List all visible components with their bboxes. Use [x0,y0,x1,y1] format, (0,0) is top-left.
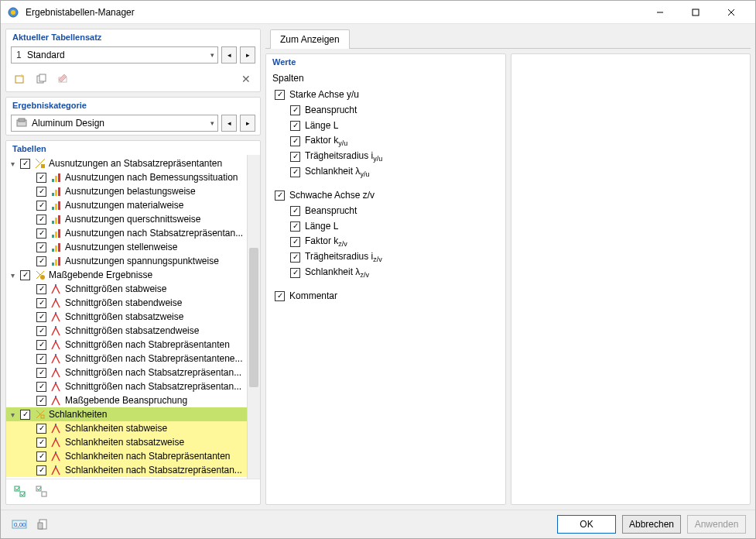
rename-ts-button[interactable] [54,70,73,88]
tableset-dropdown[interactable]: 1 Standard ▾ [11,46,218,64]
checkbox[interactable] [290,221,300,232]
checkbox[interactable] [36,340,46,350]
checkbox[interactable] [290,105,300,115]
checkbox[interactable] [36,284,46,294]
checkbox[interactable] [36,396,46,406]
tree-row[interactable]: Schlankheiten stabsatzweise [6,435,260,449]
checkbox[interactable] [290,136,300,146]
tree-row[interactable]: Ausnutzungen spannungspunktweise [6,254,260,268]
checkbox[interactable] [36,173,46,183]
checkbox[interactable] [290,121,300,131]
checkbox[interactable] [36,451,46,462]
node-icon [50,450,63,462]
tree-row[interactable]: Schlankheiten nach Stabrepräsentanten [6,449,260,463]
checkbox[interactable] [290,268,300,278]
checkbox[interactable] [36,201,46,211]
tree-row[interactable]: Schnittgrößen stabsatzendweise [6,324,260,338]
tables-tree[interactable]: ▾Ausnutzungen an StabsatzrepräsentantenA… [6,155,260,479]
node-icon [50,171,63,184]
svg-rect-35 [41,415,44,418]
tree-row[interactable]: Ausnutzungen nach Bemessungssituation [6,170,260,184]
checkbox[interactable] [290,167,300,177]
tree-row[interactable]: Schnittgrößen nach Stabsatzrepräsentan..… [6,366,260,379]
copy-ts-button[interactable] [32,70,51,88]
checkbox[interactable] [275,291,285,301]
tree-row[interactable]: Ausnutzungen materialweise [6,198,260,212]
tree-row[interactable]: Schnittgrößen nach Stabrepräsentanten [6,338,260,352]
maximize-button[interactable] [678,1,713,24]
checkbox[interactable] [290,152,300,162]
delete-ts-button[interactable]: ✕ [237,70,255,88]
tableset-next-button[interactable]: ▸ [240,46,255,64]
node-icon [50,394,63,407]
tree-scrollbar[interactable] [247,155,260,479]
svg-text:0,00: 0,00 [14,521,26,528]
checkbox[interactable] [36,215,46,225]
chk-label: Schlankheit λy/u [305,166,369,178]
checkbox[interactable] [20,410,30,420]
category-next-button[interactable]: ▸ [240,115,255,132]
svg-rect-15 [58,173,60,182]
svg-rect-18 [58,187,60,196]
tree-row[interactable]: Ausnutzungen querschnittsweise [6,212,260,226]
tree-row[interactable]: Schlankheiten stabweise [6,421,260,435]
export-button[interactable] [33,515,52,534]
checkbox[interactable] [36,256,46,266]
tree-row[interactable]: Ausnutzungen stellenweise [6,240,260,254]
spalten-label: Spalten [272,73,499,84]
tree-row[interactable]: Ausnutzungen belastungsweise [6,184,260,198]
checkbox[interactable] [36,438,46,448]
tree-row[interactable]: Schnittgrößen stabweise [6,282,260,296]
tree-row[interactable]: ▾Ausnutzungen an Stabsatzrepräsentanten [6,156,260,170]
checkbox[interactable] [20,159,30,169]
category-prev-button[interactable]: ◂ [221,115,237,132]
check-all-button[interactable] [11,482,29,501]
checkbox[interactable] [36,354,46,364]
checkbox[interactable] [36,368,46,378]
minimize-button[interactable] [642,1,678,24]
tree-label: Schnittgrößen stabsatzweise [65,311,183,322]
checkbox[interactable] [36,382,46,392]
tree-row[interactable]: ▾Maßgebende Ergebnisse [6,268,260,282]
checkbox[interactable] [36,326,46,336]
checkbox[interactable] [290,206,300,216]
node-icon [50,255,63,267]
units-button[interactable]: 0,00 [10,515,29,534]
close-button[interactable] [713,1,749,24]
tab-display[interactable]: Zum Anzeigen [270,29,350,49]
checkbox[interactable] [36,465,46,475]
expander-icon[interactable]: ▾ [8,271,18,280]
uncheck-all-button[interactable] [32,482,51,501]
expander-icon[interactable]: ▾ [8,410,18,419]
checkbox[interactable] [290,252,300,263]
checkbox[interactable] [36,228,46,239]
checkbox[interactable] [36,424,46,434]
tree-label: Schnittgrößen stabsatzendweise [65,325,199,336]
tree-row[interactable]: Schlankheiten nach Stabsatzrepräsentan..… [6,463,260,477]
chk-label: Beansprucht [305,105,357,115]
tree-row[interactable]: Schnittgrößen nach Stabsatzrepräsentan..… [6,379,260,393]
checkbox[interactable] [20,270,30,280]
tree-row[interactable]: Maßgebende Beanspruchung [6,393,260,407]
checkbox[interactable] [36,187,46,197]
checkbox[interactable] [275,191,285,201]
checkbox[interactable] [275,90,285,100]
cancel-button[interactable]: Abbrechen [622,515,681,534]
tree-row[interactable]: ▾Schlankheiten [6,407,260,421]
tree-row[interactable]: Ausnutzungen nach Stabsatzrepräsentan... [6,226,260,240]
tree-row[interactable]: Schnittgrößen nach Stabrepräsentantene..… [6,352,260,366]
group-0-item-1: Länge L [272,118,499,133]
checkbox[interactable] [36,242,46,252]
checkbox[interactable] [290,237,300,247]
tree-label: Schnittgrößen nach Stabrepräsentantene..… [65,353,242,364]
tableset-prev-button[interactable]: ◂ [221,46,237,64]
category-dropdown[interactable]: Aluminum Design ▾ [11,115,218,132]
expander-icon[interactable]: ▾ [8,160,18,168]
tree-row[interactable]: Schnittgrößen stabendweise [6,296,260,310]
checkbox[interactable] [36,312,46,322]
group-1-item-4: Schlankheit λz/v [272,265,499,280]
tree-row[interactable]: Schnittgrößen stabsatzweise [6,310,260,324]
new-ts-button[interactable] [11,70,29,88]
ok-button[interactable]: OK [557,515,616,534]
checkbox[interactable] [36,298,46,308]
